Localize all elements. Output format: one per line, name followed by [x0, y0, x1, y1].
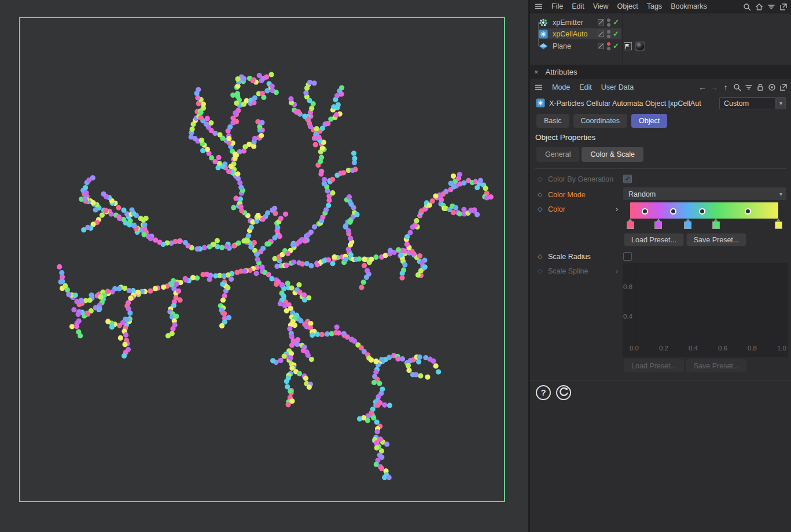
color-by-generation-label: Color By Generation — [548, 175, 613, 183]
spline-y-axis — [635, 263, 635, 357]
right-panel: File Edit View Object Tags Bookmarks — [530, 0, 791, 532]
attr-menu-mode[interactable]: Mode — [552, 83, 570, 91]
external-window-icon[interactable] — [779, 2, 788, 12]
editor-visibility-dot[interactable] — [607, 30, 610, 34]
menu-object[interactable]: Object — [617, 2, 638, 10]
object-title: X-Particles Cellular Automata Object [xp… — [549, 99, 718, 108]
separator — [535, 168, 786, 169]
filter-icon[interactable] — [767, 2, 776, 12]
object-row-xpemitter[interactable]: xpEmitter ✓ — [530, 17, 791, 28]
spline-x-tick: 0.4 — [687, 345, 700, 352]
target-icon[interactable] — [767, 83, 777, 92]
chevron-right-icon[interactable]: › — [616, 205, 618, 213]
load-preset-button[interactable]: Load Preset... — [624, 233, 684, 246]
spline-x-tick: 0.0 — [628, 345, 641, 352]
gradient-stop-marker[interactable] — [684, 219, 692, 229]
scale-spline-graph[interactable]: 0.80.4 0.00.20.40.60.81.0 — [623, 263, 788, 357]
tab-basic[interactable]: Basic — [536, 114, 569, 128]
attr-menu-edit[interactable]: Edit — [579, 83, 592, 91]
gradient-stop-marker[interactable] — [774, 219, 782, 229]
menu-tags[interactable]: Tags — [647, 2, 662, 10]
object-row-plane[interactable]: Plane ✓ — [530, 40, 791, 52]
scale-spline-label: Scale Spline — [548, 267, 588, 275]
attributes-panel-title: Attributes — [546, 68, 577, 76]
spline-x-tick: 0.8 — [746, 345, 759, 352]
enable-check-icon[interactable]: ✓ — [613, 42, 619, 50]
gradient-knot[interactable] — [642, 208, 648, 215]
diamond-icon: ◇ — [538, 267, 542, 275]
enable-check-icon[interactable]: ✓ — [613, 18, 619, 27]
gradient-stop-marker[interactable] — [654, 219, 663, 229]
color-mode-dropdown[interactable]: Random ▾ — [623, 187, 787, 201]
editor-visibility-dot[interactable] — [607, 42, 610, 46]
back-arrow-icon[interactable]: ← — [698, 83, 707, 92]
up-arrow-icon[interactable]: ↑ — [721, 83, 730, 92]
spline-y-tick: 0.4 — [623, 313, 632, 320]
gradient-stop-marker[interactable] — [626, 219, 634, 229]
attr-menu-userdata[interactable]: User Data — [601, 83, 634, 91]
color-gradient-bar[interactable] — [630, 202, 778, 219]
menu-view[interactable]: View — [593, 2, 609, 10]
object-label[interactable]: Plane — [553, 42, 571, 50]
load-preset-button-disabled[interactable]: Load Preset... — [624, 359, 684, 372]
object-row-xpcellauto[interactable]: xpCellAuto ✓ — [530, 28, 791, 40]
xpemitter-icon — [539, 18, 548, 29]
close-icon[interactable]: × — [534, 68, 539, 76]
object-label[interactable]: xpCellAuto — [553, 30, 587, 38]
render-visibility-dot[interactable] — [607, 23, 610, 27]
attributes-panel-header: × Attributes — [530, 65, 791, 79]
visibility-dots[interactable] — [607, 29, 610, 39]
forward-arrow-icon[interactable]: → — [709, 83, 719, 92]
tab-object[interactable]: Object — [631, 114, 667, 128]
hamburger-icon[interactable] — [535, 2, 543, 10]
application-window: File Edit View Object Tags Bookmarks — [0, 0, 791, 532]
edit-state-icon[interactable] — [598, 19, 604, 27]
spline-x-tick: 0.2 — [657, 345, 670, 352]
filter-icon[interactable] — [744, 83, 753, 92]
object-manager: xpEmitter ✓ xpCellAuto — [530, 14, 791, 64]
diamond-icon: ◇ — [538, 175, 542, 183]
refresh-icon[interactable] — [556, 385, 571, 400]
subtab-general[interactable]: General — [536, 147, 579, 162]
question-help-icon[interactable]: ? — [536, 385, 551, 400]
enable-check-icon[interactable]: ✓ — [613, 29, 619, 38]
save-preset-button-disabled[interactable]: Save Preset... — [686, 359, 746, 372]
gradient-knot[interactable] — [699, 208, 705, 215]
menu-file[interactable]: File — [551, 2, 563, 10]
edit-state-icon[interactable] — [598, 43, 604, 51]
home-icon[interactable] — [755, 2, 764, 12]
object-label[interactable]: xpEmitter — [553, 19, 583, 27]
tab-coordinates[interactable]: Coordinates — [573, 114, 627, 128]
spline-x-tick: 0.6 — [716, 345, 729, 352]
chevron-right-icon[interactable]: › — [616, 267, 618, 275]
search-icon[interactable] — [742, 2, 752, 12]
viewport[interactable] — [0, 0, 528, 532]
scale-radius-checkbox[interactable] — [623, 252, 632, 261]
visibility-dots[interactable] — [607, 42, 610, 51]
render-visibility-dot[interactable] — [607, 35, 610, 38]
texture-tag-icon[interactable] — [635, 41, 645, 53]
plane-icon — [539, 42, 548, 53]
external-window-icon[interactable] — [779, 83, 788, 92]
display-flag-icon[interactable] — [624, 42, 632, 52]
editor-visibility-dot[interactable] — [607, 19, 610, 22]
gradient-knot[interactable] — [745, 208, 751, 215]
object-title-icon — [536, 98, 545, 109]
gradient-knot[interactable] — [670, 208, 676, 215]
menu-bookmarks[interactable]: Bookmarks — [671, 2, 707, 10]
edit-state-icon[interactable] — [598, 31, 604, 39]
dropdown-arrow-icon[interactable]: ▾ — [776, 97, 786, 109]
menu-edit[interactable]: Edit — [572, 2, 584, 10]
hamburger-icon[interactable] — [535, 83, 543, 91]
render-visibility-dot[interactable] — [607, 47, 610, 50]
subtab-color-scale[interactable]: Color & Scale — [582, 147, 643, 162]
spline-x-tick: 1.0 — [775, 345, 788, 352]
gradient-stop-marker[interactable] — [712, 219, 720, 229]
color-mode-label: Color Mode — [548, 191, 586, 199]
lock-icon[interactable] — [756, 83, 765, 92]
preset-dropdown[interactable]: Custom — [719, 97, 776, 109]
color-by-generation-checkbox[interactable]: ✓ — [623, 175, 632, 183]
visibility-dots[interactable] — [607, 18, 610, 27]
search-icon[interactable] — [733, 83, 742, 92]
save-preset-button[interactable]: Save Preset... — [686, 233, 746, 246]
